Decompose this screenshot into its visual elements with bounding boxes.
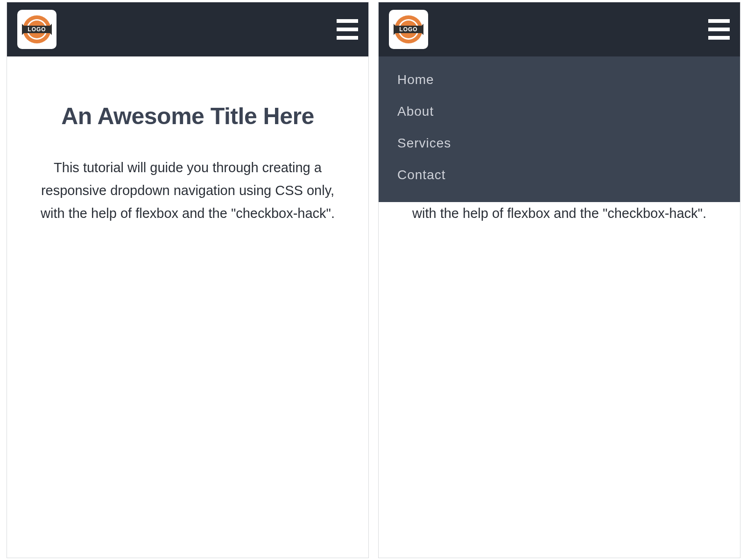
hamburger-bar-icon: [337, 19, 358, 23]
header-bar: LOGO: [379, 2, 740, 56]
menu-item-home[interactable]: Home: [379, 64, 740, 96]
mobile-view-open: LOGO An Awesome Title Here This tutorial…: [378, 2, 740, 558]
hamburger-menu-button[interactable]: [708, 19, 730, 40]
menu-item-services[interactable]: Services: [379, 127, 740, 159]
page-description: This tutorial will guide you through cre…: [37, 156, 338, 225]
logo-text: LOGO: [28, 26, 46, 33]
page-title: An Awesome Title Here: [37, 103, 338, 130]
main-content: An Awesome Title Here This tutorial will…: [7, 56, 368, 225]
header-bar: LOGO: [7, 2, 368, 56]
hamburger-bar-icon: [337, 28, 358, 31]
hamburger-menu-button[interactable]: [337, 19, 358, 40]
mobile-view-closed: LOGO An Awesome Title Here This tutorial…: [7, 2, 369, 558]
logo[interactable]: LOGO: [17, 10, 56, 49]
logo-text: LOGO: [399, 26, 417, 33]
menu-item-contact[interactable]: Contact: [379, 159, 740, 191]
logo[interactable]: LOGO: [389, 10, 428, 49]
logo-icon: LOGO: [392, 13, 425, 46]
dropdown-menu: Home About Services Contact: [379, 56, 740, 202]
logo-icon: LOGO: [20, 13, 54, 46]
hamburger-bar-icon: [337, 36, 358, 40]
hamburger-bar-icon: [708, 19, 730, 23]
hamburger-bar-icon: [708, 28, 730, 31]
menu-item-about[interactable]: About: [379, 96, 740, 127]
hamburger-bar-icon: [708, 36, 730, 40]
